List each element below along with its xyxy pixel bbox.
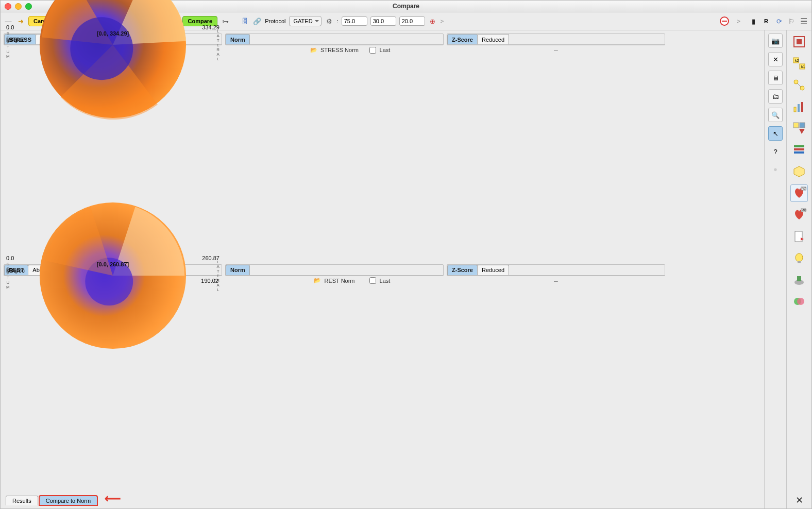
stress-norm-body[interactable] [226,44,443,45]
layers-icon[interactable]: 🗂 [768,89,783,104]
svg-rect-16 [800,123,805,128]
module-palette-icon[interactable] [791,142,807,158]
close-window-icon[interactable] [5,3,11,10]
key-icon[interactable]: 🗝 [221,16,230,26]
module-heart-pet-icon[interactable]: PET [791,185,807,201]
stress-polar-map [38,0,188,120]
module-capture-icon[interactable] [791,33,807,50]
svg-rect-29 [798,261,801,263]
rest-norm-label: REST Norm [324,278,354,284]
refresh-icon[interactable]: ⟳ [774,16,784,26]
module-flowchart-icon[interactable] [791,77,807,93]
capture-icon[interactable]: 📷 [768,33,783,48]
module-heart-mri-icon[interactable]: MRI [791,207,807,223]
placeholder-dash-icon-2: – [554,277,558,285]
rest-norm-panel: Norm [225,264,444,276]
gt-label: > [441,18,444,24]
folder-open-icon[interactable]: 📂 [310,47,317,54]
menu-icon[interactable]: ☰ [799,16,808,26]
svg-text:k2: k2 [795,59,799,62]
tab-rest-zscore[interactable]: Z-Score [447,265,478,275]
folder-open-icon-rest[interactable]: 📂 [314,277,321,284]
svg-text:PET: PET [802,187,806,190]
placeholder-dash-icon: – [554,46,558,54]
svg-marker-17 [799,129,805,134]
tab-stress-reduced[interactable]: Reduced [477,34,509,44]
app-window: Compare — ➜ Cardio PET » Load Reorientat… [0,0,812,509]
gt-label-2: > [732,18,746,24]
last-check-input-stress[interactable] [369,47,376,54]
svg-rect-20 [794,151,804,154]
svg-rect-19 [794,148,804,150]
stress-zscore-footer: – [447,45,665,55]
close-x-icon[interactable]: ✕ [768,52,783,66]
rest-norm-body[interactable] [226,275,443,276]
module-scan-icon[interactable] [791,272,807,288]
stress-panel: STRESS Abnormal ANTERIOR S E P T U M L A… [4,33,222,45]
rest-plot-body[interactable]: 190.02 ANTERIOR S E P T U M L A T E R A … [4,275,222,276]
pointer-tool-icon[interactable]: ↖ [768,126,783,141]
side-tools-column: 📷 ✕ 🖥 🗂 🔍 ↖ ? ● [764,30,786,508]
module-chart-icon[interactable] [791,98,807,115]
input-v1[interactable] [342,16,367,26]
svg-rect-14 [801,102,803,112]
colon-label: : [337,18,339,24]
settings-icon[interactable]: ⚙ [325,16,334,26]
tab-results[interactable]: Results [6,496,38,505]
workspace: STRESS Abnormal ANTERIOR S E P T U M L A… [1,30,811,508]
minimize-window-icon[interactable] [15,3,22,10]
module-kinetic-icon[interactable]: k2k1 [791,55,807,72]
terminal-icon[interactable]: ▮ [749,16,758,26]
svg-text:MRI: MRI [802,209,806,212]
svg-rect-18 [794,145,804,147]
svg-rect-15 [793,123,799,128]
tab-compare-to-norm[interactable]: Compare to Norm [39,496,97,505]
stress-min: 0.0 [6,24,219,30]
zoom-icon[interactable]: 🔍 [768,108,783,122]
input-v2[interactable] [370,16,396,26]
r-label[interactable]: R [761,18,771,24]
rest-panel: REST Abnormal 190.02 ANTERIOR S E P T U … [4,264,222,276]
last-checkbox-rest[interactable]: Last [367,276,391,285]
help-icon[interactable]: ? [769,145,782,158]
module-3d-icon[interactable] [791,163,807,180]
stress-norm-panel: Norm [225,33,444,45]
database-icon[interactable]: 🗄 [240,16,249,26]
svg-text:k1: k1 [801,65,805,69]
stop-icon[interactable] [720,16,729,26]
close-rightcol-icon[interactable]: ✕ [791,492,807,508]
module-color-icon[interactable] [791,293,807,310]
svg-point-11 [800,86,804,90]
svg-point-28 [796,253,803,262]
last-checkbox-stress[interactable]: Last [367,45,391,55]
last-check-input-rest[interactable] [369,277,376,284]
module-bulb-icon[interactable] [791,250,807,266]
stress-zscore-body[interactable] [447,44,665,45]
svg-rect-13 [798,104,800,112]
protocol-label: Protocol [265,18,285,24]
rest-zscore-body[interactable] [447,275,665,276]
rest-min: 0.0 [6,255,219,261]
tab-rest-norm[interactable]: Norm [226,265,250,275]
rest-zscore-panel: Z-Score Reduced [447,264,665,276]
rest-values: 260.87 0.0 [0.0, 260.87] kBq/cc [6,255,219,274]
tab-stress-zscore[interactable]: Z-Score [447,34,478,44]
stress-norm-label: STRESS Norm [320,47,359,53]
module-config-icon[interactable] [791,120,807,137]
tab-stress-norm[interactable]: Norm [226,34,250,44]
svg-point-10 [794,80,798,84]
tab-rest-reduced[interactable]: Reduced [477,265,509,275]
protocol-select[interactable]: GATED [289,16,322,26]
stress-values: 334.29 0.0 [0.0, 334.29] kBq/cc [6,24,219,43]
rest-norm-footer: 📂 REST Norm Last [225,276,444,285]
dot-icon: ● [769,162,782,176]
input-v3[interactable] [399,16,425,26]
module-document-icon[interactable] [791,228,807,245]
zoom-window-icon[interactable] [25,3,32,10]
plus-crosshair-icon[interactable]: ⊕ [428,16,437,26]
flag-icon[interactable]: ⚐ [787,16,796,26]
monitor-icon[interactable]: 🖥 [768,71,783,85]
stress-plot-body[interactable]: ANTERIOR S E P T U M L A T E R A L [4,44,222,45]
svg-rect-5 [797,39,802,44]
link-icon[interactable]: 🔗 [252,16,262,26]
